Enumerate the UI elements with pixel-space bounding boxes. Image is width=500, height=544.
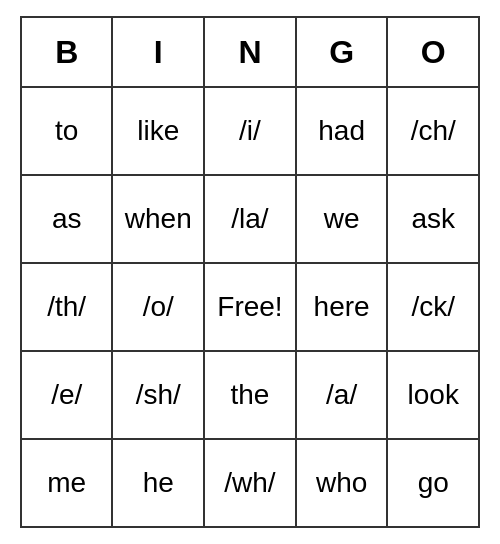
cell-3-2: the: [204, 351, 296, 439]
cell-3-1: /sh/: [112, 351, 204, 439]
row-3: /e//sh/the/a/look: [21, 351, 479, 439]
cell-2-0: /th/: [21, 263, 112, 351]
cell-3-3: /a/: [296, 351, 388, 439]
header-col-n: N: [204, 17, 296, 87]
row-0: tolike/i/had/ch/: [21, 87, 479, 175]
bingo-card: BINGO tolike/i/had/ch/aswhen/la/weask/th…: [20, 16, 480, 528]
cell-4-2: /wh/: [204, 439, 296, 527]
cell-1-0: as: [21, 175, 112, 263]
cell-4-0: me: [21, 439, 112, 527]
cell-4-3: who: [296, 439, 388, 527]
cell-4-4: go: [387, 439, 479, 527]
row-4: mehe/wh/whogo: [21, 439, 479, 527]
cell-2-1: /o/: [112, 263, 204, 351]
header-row: BINGO: [21, 17, 479, 87]
cell-1-3: we: [296, 175, 388, 263]
cell-0-3: had: [296, 87, 388, 175]
cell-0-1: like: [112, 87, 204, 175]
cell-3-4: look: [387, 351, 479, 439]
header-col-o: O: [387, 17, 479, 87]
cell-0-0: to: [21, 87, 112, 175]
cell-0-4: /ch/: [387, 87, 479, 175]
header-col-g: G: [296, 17, 388, 87]
cell-1-1: when: [112, 175, 204, 263]
cell-3-0: /e/: [21, 351, 112, 439]
cell-1-2: /la/: [204, 175, 296, 263]
header-col-b: B: [21, 17, 112, 87]
cell-4-1: he: [112, 439, 204, 527]
cell-0-2: /i/: [204, 87, 296, 175]
cell-2-2: Free!: [204, 263, 296, 351]
row-1: aswhen/la/weask: [21, 175, 479, 263]
cell-1-4: ask: [387, 175, 479, 263]
header-col-i: I: [112, 17, 204, 87]
row-2: /th//o/Free!here/ck/: [21, 263, 479, 351]
cell-2-3: here: [296, 263, 388, 351]
cell-2-4: /ck/: [387, 263, 479, 351]
